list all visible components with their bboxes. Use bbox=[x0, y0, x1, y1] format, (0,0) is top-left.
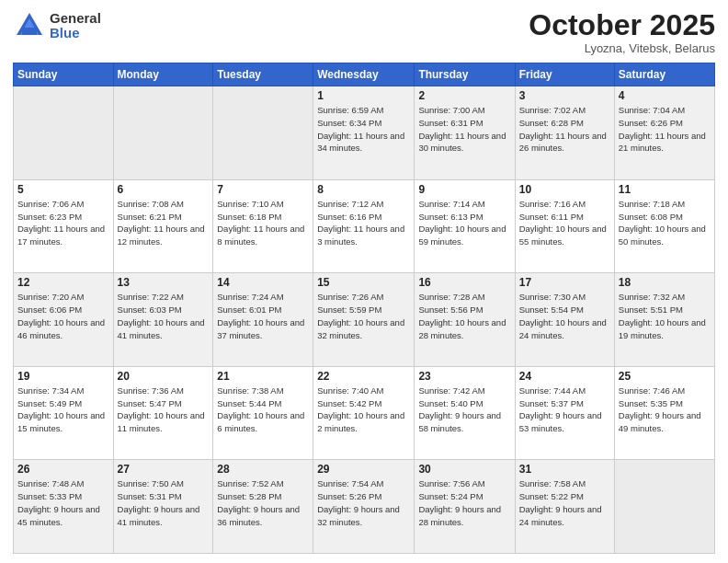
day-number: 26 bbox=[17, 463, 109, 476]
calendar-cell: 4Sunrise: 7:04 AM Sunset: 6:26 PM Daylig… bbox=[614, 86, 714, 180]
day-number: 17 bbox=[519, 276, 610, 289]
calendar-cell: 21Sunrise: 7:38 AM Sunset: 5:44 PM Dayli… bbox=[213, 366, 313, 460]
day-number: 21 bbox=[217, 370, 309, 383]
logo-icon bbox=[13, 9, 46, 42]
weekday-header-saturday: Saturday bbox=[614, 63, 714, 86]
calendar-cell: 25Sunrise: 7:46 AM Sunset: 5:35 PM Dayli… bbox=[614, 366, 714, 460]
day-number: 16 bbox=[418, 276, 510, 289]
day-number: 5 bbox=[17, 183, 109, 196]
day-info: Sunrise: 7:40 AM Sunset: 5:42 PM Dayligh… bbox=[317, 385, 410, 435]
day-info: Sunrise: 7:48 AM Sunset: 5:33 PM Dayligh… bbox=[17, 477, 109, 528]
day-number: 12 bbox=[17, 276, 109, 289]
day-number: 31 bbox=[519, 463, 610, 476]
calendar-cell: 30Sunrise: 7:56 AM Sunset: 5:24 PM Dayli… bbox=[415, 460, 515, 554]
day-info: Sunrise: 7:32 AM Sunset: 5:51 PM Dayligh… bbox=[619, 291, 711, 341]
day-info: Sunrise: 7:56 AM Sunset: 5:24 PM Dayligh… bbox=[418, 477, 510, 528]
day-info: Sunrise: 7:26 AM Sunset: 5:59 PM Dayligh… bbox=[317, 291, 410, 341]
day-number: 24 bbox=[519, 370, 610, 383]
day-number: 20 bbox=[118, 370, 210, 383]
day-info: Sunrise: 7:28 AM Sunset: 5:56 PM Dayligh… bbox=[418, 291, 510, 341]
calendar-cell: 5Sunrise: 7:06 AM Sunset: 6:23 PM Daylig… bbox=[14, 179, 114, 273]
location: Lyozna, Vitebsk, Belarus bbox=[529, 41, 715, 55]
day-number: 19 bbox=[17, 370, 109, 383]
day-info: Sunrise: 7:50 AM Sunset: 5:31 PM Dayligh… bbox=[118, 477, 210, 528]
calendar-cell bbox=[113, 86, 213, 180]
day-info: Sunrise: 7:04 AM Sunset: 6:26 PM Dayligh… bbox=[619, 104, 711, 155]
day-info: Sunrise: 7:18 AM Sunset: 6:08 PM Dayligh… bbox=[619, 198, 711, 248]
day-info: Sunrise: 7:44 AM Sunset: 5:37 PM Dayligh… bbox=[519, 385, 610, 435]
day-info: Sunrise: 7:42 AM Sunset: 5:40 PM Dayligh… bbox=[418, 385, 510, 435]
day-number: 29 bbox=[317, 463, 410, 476]
calendar-cell: 28Sunrise: 7:52 AM Sunset: 5:28 PM Dayli… bbox=[213, 460, 313, 554]
day-info: Sunrise: 7:10 AM Sunset: 6:18 PM Dayligh… bbox=[217, 198, 309, 248]
logo-text: General Blue bbox=[50, 11, 101, 41]
day-info: Sunrise: 7:00 AM Sunset: 6:31 PM Dayligh… bbox=[418, 104, 510, 155]
title-block: October 2025 Lyozna, Vitebsk, Belarus bbox=[529, 9, 715, 55]
calendar-cell: 22Sunrise: 7:40 AM Sunset: 5:42 PM Dayli… bbox=[313, 366, 415, 460]
calendar-cell: 18Sunrise: 7:32 AM Sunset: 5:51 PM Dayli… bbox=[614, 273, 714, 367]
calendar-week-1: 1Sunrise: 6:59 AM Sunset: 6:34 PM Daylig… bbox=[14, 86, 715, 180]
calendar-cell: 29Sunrise: 7:54 AM Sunset: 5:26 PM Dayli… bbox=[313, 460, 415, 554]
weekday-header-tuesday: Tuesday bbox=[213, 63, 313, 86]
day-number: 7 bbox=[217, 183, 309, 196]
day-number: 6 bbox=[118, 183, 210, 196]
day-info: Sunrise: 7:02 AM Sunset: 6:28 PM Dayligh… bbox=[519, 104, 610, 155]
calendar-cell: 14Sunrise: 7:24 AM Sunset: 6:01 PM Dayli… bbox=[213, 273, 313, 367]
calendar-week-2: 5Sunrise: 7:06 AM Sunset: 6:23 PM Daylig… bbox=[14, 179, 715, 273]
day-info: Sunrise: 7:14 AM Sunset: 6:13 PM Dayligh… bbox=[418, 198, 510, 248]
calendar-week-5: 26Sunrise: 7:48 AM Sunset: 5:33 PM Dayli… bbox=[14, 460, 715, 554]
calendar-cell: 31Sunrise: 7:58 AM Sunset: 5:22 PM Dayli… bbox=[515, 460, 614, 554]
calendar-week-4: 19Sunrise: 7:34 AM Sunset: 5:49 PM Dayli… bbox=[14, 366, 715, 460]
day-number: 2 bbox=[418, 89, 510, 102]
calendar-cell bbox=[213, 86, 313, 180]
weekday-header-friday: Friday bbox=[515, 63, 614, 86]
calendar-cell: 13Sunrise: 7:22 AM Sunset: 6:03 PM Dayli… bbox=[113, 273, 213, 367]
day-info: Sunrise: 7:12 AM Sunset: 6:16 PM Dayligh… bbox=[317, 198, 410, 248]
page: General Blue October 2025 Lyozna, Vitebs… bbox=[0, 0, 728, 563]
day-info: Sunrise: 7:30 AM Sunset: 5:54 PM Dayligh… bbox=[519, 291, 610, 341]
calendar-cell: 26Sunrise: 7:48 AM Sunset: 5:33 PM Dayli… bbox=[14, 460, 114, 554]
day-number: 25 bbox=[619, 370, 711, 383]
day-info: Sunrise: 7:52 AM Sunset: 5:28 PM Dayligh… bbox=[217, 477, 309, 528]
weekday-header-monday: Monday bbox=[113, 63, 213, 86]
day-info: Sunrise: 7:46 AM Sunset: 5:35 PM Dayligh… bbox=[619, 385, 711, 435]
day-number: 3 bbox=[519, 89, 610, 102]
calendar-cell: 8Sunrise: 7:12 AM Sunset: 6:16 PM Daylig… bbox=[313, 179, 415, 273]
day-info: Sunrise: 7:24 AM Sunset: 6:01 PM Dayligh… bbox=[217, 291, 309, 341]
day-number: 1 bbox=[317, 89, 410, 102]
day-number: 28 bbox=[217, 463, 309, 476]
day-info: Sunrise: 7:08 AM Sunset: 6:21 PM Dayligh… bbox=[118, 198, 210, 248]
calendar-cell: 7Sunrise: 7:10 AM Sunset: 6:18 PM Daylig… bbox=[213, 179, 313, 273]
day-number: 9 bbox=[418, 183, 510, 196]
day-number: 10 bbox=[519, 183, 610, 196]
calendar-cell: 2Sunrise: 7:00 AM Sunset: 6:31 PM Daylig… bbox=[415, 86, 515, 180]
header: General Blue October 2025 Lyozna, Vitebs… bbox=[13, 9, 715, 55]
day-number: 15 bbox=[317, 276, 410, 289]
day-number: 4 bbox=[619, 89, 711, 102]
day-info: Sunrise: 7:20 AM Sunset: 6:06 PM Dayligh… bbox=[17, 291, 109, 341]
weekday-header-wednesday: Wednesday bbox=[313, 63, 415, 86]
calendar-cell: 27Sunrise: 7:50 AM Sunset: 5:31 PM Dayli… bbox=[113, 460, 213, 554]
calendar-cell: 3Sunrise: 7:02 AM Sunset: 6:28 PM Daylig… bbox=[515, 86, 614, 180]
logo-blue-text: Blue bbox=[50, 26, 101, 41]
calendar-cell: 20Sunrise: 7:36 AM Sunset: 5:47 PM Dayli… bbox=[113, 366, 213, 460]
day-number: 18 bbox=[619, 276, 711, 289]
day-number: 13 bbox=[118, 276, 210, 289]
day-info: Sunrise: 7:58 AM Sunset: 5:22 PM Dayligh… bbox=[519, 477, 610, 528]
calendar-cell: 9Sunrise: 7:14 AM Sunset: 6:13 PM Daylig… bbox=[415, 179, 515, 273]
day-info: Sunrise: 6:59 AM Sunset: 6:34 PM Dayligh… bbox=[317, 104, 410, 155]
calendar-cell: 23Sunrise: 7:42 AM Sunset: 5:40 PM Dayli… bbox=[415, 366, 515, 460]
calendar-cell: 6Sunrise: 7:08 AM Sunset: 6:21 PM Daylig… bbox=[113, 179, 213, 273]
calendar-cell: 19Sunrise: 7:34 AM Sunset: 5:49 PM Dayli… bbox=[14, 366, 114, 460]
calendar-cell: 15Sunrise: 7:26 AM Sunset: 5:59 PM Dayli… bbox=[313, 273, 415, 367]
calendar-cell bbox=[14, 86, 114, 180]
day-number: 22 bbox=[317, 370, 410, 383]
calendar-cell: 16Sunrise: 7:28 AM Sunset: 5:56 PM Dayli… bbox=[415, 273, 515, 367]
month-title: October 2025 bbox=[529, 9, 715, 41]
calendar-cell: 17Sunrise: 7:30 AM Sunset: 5:54 PM Dayli… bbox=[515, 273, 614, 367]
calendar-cell: 24Sunrise: 7:44 AM Sunset: 5:37 PM Dayli… bbox=[515, 366, 614, 460]
day-number: 27 bbox=[118, 463, 210, 476]
day-number: 30 bbox=[418, 463, 510, 476]
day-number: 8 bbox=[317, 183, 410, 196]
calendar-cell bbox=[614, 460, 714, 554]
